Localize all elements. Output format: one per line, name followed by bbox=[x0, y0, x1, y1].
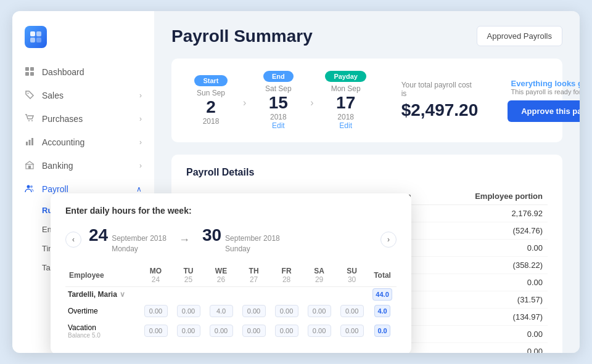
hours-input-th[interactable] bbox=[242, 325, 266, 337]
svg-rect-0 bbox=[30, 31, 35, 36]
start-year: 2018 bbox=[203, 117, 220, 126]
hours-input-mo[interactable] bbox=[144, 325, 168, 337]
timesheet-sub-row: VacationBalance 5.00.0 bbox=[65, 320, 397, 342]
svg-point-10 bbox=[31, 120, 33, 121]
col-employee: Employee bbox=[65, 264, 139, 287]
payroll-details-title: Payroll Details bbox=[186, 167, 548, 178]
week-start-info: September 2018 Monday bbox=[112, 233, 166, 254]
sales-arrow: › bbox=[139, 91, 142, 100]
sidebar-item-sales-label: Sales bbox=[42, 91, 64, 100]
logo-icon bbox=[25, 26, 47, 48]
sidebar-item-banking[interactable]: Banking › bbox=[12, 154, 154, 177]
col-fr: FR28 bbox=[270, 264, 303, 287]
week-start-date: 24 September 2018 Monday bbox=[89, 225, 166, 254]
hours-input-fr[interactable] bbox=[275, 305, 298, 317]
end-pill: End bbox=[263, 71, 294, 82]
sidebar-item-sales[interactable]: Sales › bbox=[12, 84, 154, 107]
svg-rect-1 bbox=[36, 31, 41, 36]
page-header: Payroll Summary Approved Payrolls bbox=[171, 26, 562, 46]
svg-rect-2 bbox=[30, 38, 35, 42]
svg-rect-4 bbox=[25, 67, 29, 71]
svg-rect-12 bbox=[29, 140, 31, 145]
sidebar-item-dashboard-label: Dashboard bbox=[42, 67, 84, 77]
hours-input-tu[interactable] bbox=[177, 325, 200, 337]
week-range-arrow: → bbox=[179, 233, 190, 246]
sidebar-item-payroll-label: Payroll bbox=[42, 184, 68, 194]
approved-payrolls-button[interactable]: Approved Payrolls bbox=[477, 26, 563, 46]
svg-rect-5 bbox=[30, 67, 34, 71]
sidebar-item-accounting-label: Accounting bbox=[42, 137, 84, 147]
approve-status: Everything looks good! This payroll is r… bbox=[511, 79, 580, 95]
details-row-employee: 0.00 bbox=[416, 326, 548, 343]
timesheet-sub-row: Overtime4.0 bbox=[65, 302, 397, 320]
hours-input-sa[interactable] bbox=[308, 325, 331, 337]
end-date-block: End Sat Sep 15 2018 Edit bbox=[253, 71, 303, 130]
svg-rect-7 bbox=[30, 72, 34, 76]
purchases-arrow: › bbox=[139, 115, 142, 123]
people-icon bbox=[25, 184, 36, 195]
hours-input-su[interactable] bbox=[340, 305, 364, 317]
cart-icon bbox=[25, 113, 36, 124]
employee-total: 44.0 bbox=[372, 288, 392, 301]
svg-point-8 bbox=[28, 93, 29, 94]
svg-rect-3 bbox=[36, 38, 41, 42]
hours-input-we[interactable] bbox=[210, 325, 233, 337]
start-date-block: Start Sun Sep 2 2018 bbox=[186, 75, 236, 126]
start-number: 2 bbox=[206, 97, 216, 117]
employee-name: Tardelli, Maria ∨ bbox=[68, 290, 137, 299]
building-icon bbox=[25, 160, 36, 171]
logo bbox=[12, 21, 154, 60]
sub-row-total: 4.0 bbox=[374, 305, 390, 317]
payday-edit[interactable]: Edit bbox=[339, 121, 352, 130]
svg-rect-11 bbox=[26, 142, 28, 145]
sidebar-item-dashboard[interactable]: Dashboard bbox=[12, 60, 154, 84]
timesheet-modal: Enter daily hours for the week: ‹ 24 Sep… bbox=[51, 193, 411, 353]
details-row-employee: (134.97) bbox=[416, 309, 548, 326]
hours-input-su[interactable] bbox=[340, 325, 364, 337]
hours-input-fr[interactable] bbox=[275, 325, 298, 337]
sub-row-sublabel: Balance 5.0 bbox=[68, 332, 137, 339]
approve-payroll-button[interactable]: Approve this payroll bbox=[508, 100, 580, 122]
hours-input-we[interactable] bbox=[210, 305, 233, 317]
approve-section: Everything looks good! This payroll is r… bbox=[508, 79, 580, 122]
sub-row-label: Vacation bbox=[68, 323, 96, 332]
svg-rect-6 bbox=[25, 72, 29, 76]
svg-point-9 bbox=[28, 120, 30, 121]
sub-row-label: Overtime bbox=[68, 307, 98, 315]
payday-pill: Payday bbox=[325, 71, 366, 82]
page-title: Payroll Summary bbox=[171, 26, 313, 46]
hours-input-mo[interactable] bbox=[144, 305, 168, 317]
timesheet-employee-row: Tardelli, Maria ∨44.0 bbox=[65, 286, 397, 302]
week-start-number: 24 bbox=[89, 225, 108, 245]
sidebar-item-banking-label: Banking bbox=[42, 161, 73, 171]
chart-icon bbox=[25, 137, 36, 148]
hours-input-tu[interactable] bbox=[177, 305, 200, 317]
col-su: SU30 bbox=[335, 264, 368, 287]
start-day: Sun Sep bbox=[197, 89, 225, 97]
prev-week-button[interactable]: ‹ bbox=[65, 232, 81, 248]
tag-icon bbox=[25, 90, 36, 101]
hours-input-th[interactable] bbox=[242, 305, 266, 317]
chevron-down-icon: ∨ bbox=[120, 290, 125, 299]
end-arrow: › bbox=[310, 92, 313, 108]
sidebar-item-accounting[interactable]: Accounting › bbox=[12, 131, 154, 154]
sub-row-total: 0.0 bbox=[374, 325, 390, 337]
svg-point-17 bbox=[30, 185, 33, 188]
end-edit[interactable]: Edit bbox=[272, 121, 285, 130]
col-tu: TU25 bbox=[172, 264, 205, 287]
next-week-button[interactable]: › bbox=[380, 232, 397, 248]
details-row-employee: 2,176.92 bbox=[416, 205, 548, 222]
start-pill: Start bbox=[194, 75, 227, 86]
details-row-employee: 0.00 bbox=[416, 240, 548, 257]
hours-input-sa[interactable] bbox=[308, 305, 331, 317]
details-row-employee: (31.57) bbox=[416, 291, 548, 309]
accounting-arrow: › bbox=[139, 138, 142, 147]
col-we: WE26 bbox=[205, 264, 237, 287]
payday-date-block: Payday Mon Sep 17 2018 Edit bbox=[321, 71, 371, 130]
approve-good-text: Everything looks good! bbox=[511, 79, 580, 88]
week-navigation: ‹ 24 September 2018 Monday → 30 Septembe… bbox=[65, 225, 397, 254]
payday-day: Mon Sep bbox=[331, 84, 361, 93]
sidebar-item-purchases[interactable]: Purchases › bbox=[12, 107, 154, 131]
end-number: 15 bbox=[269, 93, 288, 113]
total-cost-label: Your total payroll cost is bbox=[401, 81, 479, 98]
